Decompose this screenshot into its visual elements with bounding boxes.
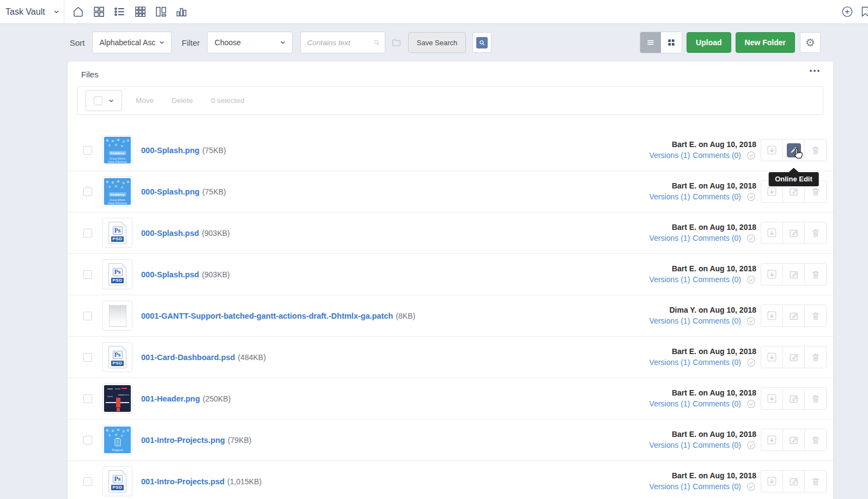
delete-file-button[interactable] bbox=[804, 264, 826, 285]
comments-link[interactable]: Comments (0) bbox=[693, 358, 741, 367]
file-name-link[interactable]: 000-Splash.png bbox=[141, 146, 199, 155]
kanban-view-icon[interactable] bbox=[154, 5, 167, 19]
bar-chart-view-icon[interactable] bbox=[175, 5, 188, 19]
move-button[interactable]: Move bbox=[136, 96, 154, 105]
settings-button[interactable]: ⚙ bbox=[800, 32, 821, 53]
online-edit-button[interactable]: Online Edit bbox=[782, 305, 804, 326]
file-thumbnail[interactable]: Ps PSD bbox=[102, 259, 132, 289]
grid-view-icon[interactable] bbox=[92, 5, 105, 19]
versions-link[interactable]: Versions (1) bbox=[650, 192, 690, 201]
selection-toolbar: Move Delete 0 selected bbox=[77, 86, 823, 115]
download-button[interactable] bbox=[761, 346, 782, 368]
row-checkbox[interactable] bbox=[83, 146, 92, 155]
comments-link[interactable]: Comments (0) bbox=[693, 192, 741, 201]
versions-link[interactable]: Versions (1) bbox=[650, 317, 690, 325]
download-button[interactable] bbox=[761, 429, 782, 451]
online-edit-button[interactable]: Online Edit bbox=[782, 222, 804, 244]
comments-link[interactable]: Comments (0) bbox=[693, 234, 741, 242]
add-circle-icon[interactable] bbox=[841, 5, 854, 19]
delete-file-button[interactable] bbox=[804, 346, 826, 368]
file-name-link[interactable]: 001-Intro-Projects.png bbox=[141, 436, 225, 445]
download-button[interactable] bbox=[761, 139, 782, 161]
delete-file-button[interactable] bbox=[804, 471, 826, 492]
delete-file-button[interactable] bbox=[804, 429, 826, 451]
sort-select[interactable]: Alphabetical Asc bbox=[92, 32, 172, 53]
bookmark-icon[interactable] bbox=[859, 5, 868, 19]
download-button[interactable] bbox=[761, 305, 782, 326]
versions-link[interactable]: Versions (1) bbox=[650, 275, 690, 284]
delete-file-button[interactable] bbox=[804, 139, 826, 161]
row-checkbox[interactable] bbox=[83, 270, 92, 279]
versions-link[interactable]: Versions (1) bbox=[650, 482, 690, 491]
select-all-checkbox[interactable] bbox=[94, 96, 102, 105]
comments-link[interactable]: Comments (0) bbox=[693, 482, 741, 491]
row-checkbox[interactable] bbox=[83, 187, 92, 196]
file-name-link[interactable]: 000-Splash.png bbox=[141, 187, 199, 196]
file-thumbnail[interactable] bbox=[102, 384, 132, 413]
delete-file-button[interactable] bbox=[804, 388, 826, 409]
filter-select[interactable]: Choose bbox=[207, 32, 293, 53]
versions-link[interactable]: Versions (1) bbox=[650, 151, 690, 160]
online-edit-button[interactable]: Online Edit bbox=[782, 388, 804, 409]
download-button[interactable] bbox=[761, 388, 782, 409]
file-name-link[interactable]: 0001-GANTT-Support-batched-gantt-actions… bbox=[141, 312, 393, 320]
file-thumbnail[interactable]: Progress bbox=[102, 425, 132, 455]
grid-large-view-icon[interactable] bbox=[133, 5, 147, 19]
grid-mode-button[interactable] bbox=[661, 32, 682, 53]
select-all-dropdown[interactable] bbox=[86, 90, 122, 111]
file-meta: Dima Y. on Aug 10, 2018 Versions (1) Com… bbox=[650, 306, 756, 326]
row-checkbox[interactable] bbox=[83, 394, 92, 403]
row-checkbox[interactable] bbox=[83, 353, 92, 362]
file-thumbnail[interactable]: freelancy Group Efforts Made Effortless bbox=[102, 135, 132, 165]
more-options-icon[interactable] bbox=[808, 68, 822, 74]
file-thumbnail[interactable]: Ps PSD bbox=[102, 342, 132, 372]
file-thumbnail[interactable] bbox=[102, 301, 132, 331]
online-edit-button[interactable]: Online Edit bbox=[782, 471, 804, 492]
versions-link[interactable]: Versions (1) bbox=[650, 358, 690, 367]
file-thumbnail[interactable]: Ps PSD bbox=[102, 218, 132, 248]
workspace-switcher[interactable]: Task Vault bbox=[0, 7, 64, 17]
download-button[interactable] bbox=[761, 264, 782, 285]
versions-link[interactable]: Versions (1) bbox=[650, 234, 690, 242]
row-checkbox[interactable] bbox=[83, 229, 92, 238]
versions-link[interactable]: Versions (1) bbox=[650, 441, 690, 449]
file-name-link[interactable]: 001-Card-Dashboard.psd bbox=[141, 353, 235, 362]
saved-search-folder-icon[interactable] bbox=[391, 38, 402, 48]
file-thumbnail[interactable]: freelancy Group Efforts Made Effortless bbox=[102, 177, 132, 206]
hand-cursor-icon bbox=[791, 147, 805, 162]
list-view-icon[interactable] bbox=[113, 5, 126, 19]
save-search-button[interactable]: Save Search bbox=[408, 32, 466, 53]
edit-icon bbox=[788, 311, 799, 321]
new-folder-button[interactable]: New Folder bbox=[736, 32, 795, 53]
download-button[interactable] bbox=[761, 471, 782, 492]
file-name-link[interactable]: 000-Splash.psd bbox=[141, 270, 199, 279]
row-checkbox[interactable] bbox=[83, 436, 92, 445]
comments-link[interactable]: Comments (0) bbox=[693, 441, 741, 449]
advanced-search-button[interactable] bbox=[472, 32, 491, 53]
delete-file-button[interactable] bbox=[804, 222, 826, 244]
list-mode-button[interactable] bbox=[640, 32, 661, 53]
comments-link[interactable]: Comments (0) bbox=[693, 275, 741, 284]
row-checkbox[interactable] bbox=[83, 477, 92, 486]
download-button[interactable] bbox=[761, 222, 782, 244]
home-icon[interactable] bbox=[71, 5, 84, 19]
file-name-link[interactable]: 000-Splash.psd bbox=[141, 229, 199, 238]
search-input[interactable] bbox=[307, 39, 373, 47]
upload-button[interactable]: Upload bbox=[687, 32, 731, 53]
status-check-circle-icon bbox=[746, 482, 756, 492]
online-edit-button[interactable]: Online Edit bbox=[782, 346, 804, 368]
delete-button[interactable]: Delete bbox=[172, 96, 193, 105]
comments-link[interactable]: Comments (0) bbox=[693, 317, 741, 325]
file-name-block: 000-Splash.psd (903KB) bbox=[141, 270, 230, 279]
online-edit-button[interactable]: Online Edit bbox=[782, 429, 804, 451]
versions-link[interactable]: Versions (1) bbox=[650, 399, 690, 408]
comments-link[interactable]: Comments (0) bbox=[693, 151, 741, 160]
delete-file-button[interactable] bbox=[804, 305, 826, 326]
online-edit-button[interactable]: Online Edit bbox=[782, 264, 804, 285]
file-thumbnail[interactable]: Ps PSD bbox=[102, 466, 132, 496]
file-name-link[interactable]: 001-Header.png bbox=[141, 394, 200, 403]
comments-link[interactable]: Comments (0) bbox=[693, 399, 741, 408]
file-name-link[interactable]: 001-Intro-Projects.psd bbox=[141, 477, 224, 486]
online-edit-button[interactable]: Online Edit bbox=[782, 139, 804, 161]
row-checkbox[interactable] bbox=[83, 312, 92, 320]
